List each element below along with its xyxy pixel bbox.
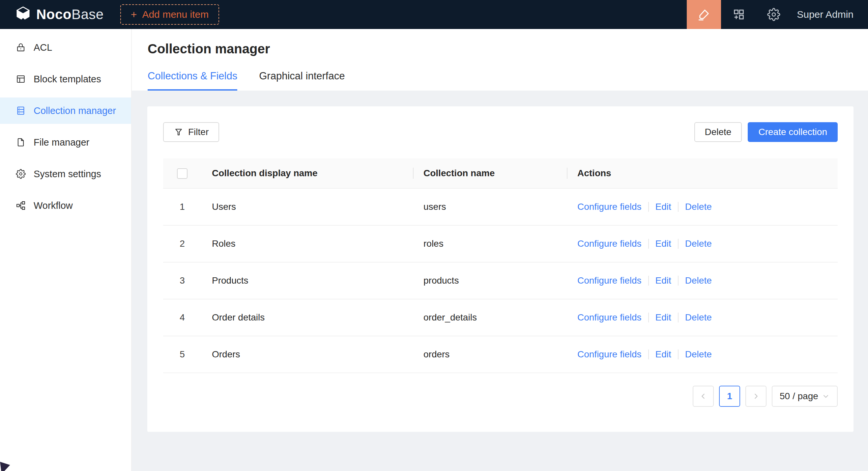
column-header-display-name: Collection display name [202, 168, 413, 178]
edit-link[interactable]: Edit [655, 238, 671, 249]
ui-editor-button[interactable] [687, 0, 721, 29]
appstore-add-icon [732, 8, 745, 21]
edit-link[interactable]: Edit [655, 275, 671, 286]
sidebar-item-label: File manager [34, 137, 89, 148]
cell-name: products [413, 275, 567, 286]
sidebar-item-block-templates[interactable]: Block templates [0, 66, 131, 92]
nocobase-app: NocoBase + Add menu item [0, 0, 868, 471]
divider [678, 239, 679, 249]
add-menu-item-button[interactable]: + Add menu item [120, 4, 219, 25]
table-row: 5 Orders orders Configure fields Edit De… [163, 336, 838, 373]
cell-display-name: Roles [202, 238, 413, 249]
tab-collections-fields[interactable]: Collections & Fields [148, 70, 237, 91]
add-menu-item-label: Add menu item [142, 9, 209, 20]
sidebar: ACL Block templates C [0, 29, 132, 471]
gear-icon [767, 8, 780, 21]
user-menu[interactable]: Super Admin [791, 9, 868, 20]
sidebar-item-label: System settings [34, 169, 101, 179]
divider [678, 312, 679, 323]
filter-label: Filter [188, 127, 209, 137]
nocobase-logo: NocoBase [14, 6, 104, 23]
delete-link[interactable]: Delete [685, 312, 712, 323]
tab-graphical-interface[interactable]: Graphical interface [259, 70, 345, 91]
sidebar-item-workflow[interactable]: Workflow [0, 192, 131, 219]
table-header-row: Collection display name Collection name … [163, 159, 838, 189]
cell-display-name: Products [202, 275, 413, 286]
sidebar-item-label: Collection manager [34, 105, 116, 116]
edit-link[interactable]: Edit [655, 312, 671, 323]
sidebar-item-label: Workflow [34, 200, 73, 211]
chevron-right-icon [752, 392, 760, 401]
brand-name: NocoBase [36, 7, 104, 23]
chevron-left-icon [699, 392, 708, 401]
cell-display-name: Orders [202, 349, 413, 360]
table-row: 2 Roles roles Configure fields Edit Dele… [163, 226, 838, 263]
row-index[interactable]: 1 [163, 202, 202, 212]
database-icon [16, 106, 26, 115]
configure-fields-link[interactable]: Configure fields [577, 349, 642, 360]
cell-display-name: Order details [202, 312, 413, 323]
main-panel: Collection manager Collections & Fields … [132, 29, 868, 471]
cell-name: order_details [413, 312, 567, 323]
pagination: 1 50 / page [163, 386, 838, 407]
delete-link[interactable]: Delete [685, 238, 712, 249]
table-row: 1 Users users Configure fields Edit Dele… [163, 189, 838, 226]
row-index[interactable]: 2 [163, 238, 202, 249]
cell-actions: Configure fields Edit Delete [567, 238, 838, 249]
sidebar-item-file-manager[interactable]: File manager [0, 129, 131, 156]
plugins-button[interactable] [721, 0, 756, 29]
filter-funnel-icon [174, 127, 184, 137]
configure-fields-link[interactable]: Configure fields [577, 238, 642, 249]
row-index[interactable]: 4 [163, 312, 202, 323]
sidebar-item-system-settings[interactable]: System settings [0, 161, 131, 187]
gear-icon [16, 169, 26, 179]
configure-fields-link[interactable]: Configure fields [577, 202, 642, 212]
edit-link[interactable]: Edit [655, 349, 671, 360]
filter-button[interactable]: Filter [163, 122, 219, 142]
cell-actions: Configure fields Edit Delete [567, 275, 838, 286]
column-header-name: Collection name [413, 168, 567, 178]
edit-link[interactable]: Edit [655, 202, 671, 212]
sidebar-item-label: Block templates [34, 74, 101, 85]
sidebar-item-collection-manager[interactable]: Collection manager [0, 98, 131, 124]
cell-name: roles [413, 238, 567, 249]
column-header-actions: Actions [567, 168, 838, 178]
cell-name: users [413, 202, 567, 212]
highlighter-icon [697, 8, 711, 22]
page-size-select[interactable]: 50 / page [772, 386, 838, 407]
settings-button[interactable] [756, 0, 791, 29]
cell-actions: Configure fields Edit Delete [567, 312, 838, 323]
delete-link[interactable]: Delete [685, 275, 712, 286]
create-collection-button[interactable]: Create collection [748, 122, 838, 142]
plus-icon: + [131, 9, 137, 20]
header-actions: Super Admin [687, 0, 868, 29]
lock-icon [16, 42, 26, 53]
select-all-checkbox[interactable] [177, 168, 187, 179]
divider [648, 202, 649, 212]
cell-display-name: Users [202, 202, 413, 212]
divider [648, 349, 649, 359]
delete-link[interactable]: Delete [685, 349, 712, 360]
cell-actions: Configure fields Edit Delete [567, 349, 838, 360]
table-row: 3 Products products Configure fields Edi… [163, 263, 838, 299]
cell-actions: Configure fields Edit Delete [567, 202, 838, 212]
page-header: Collection manager Collections & Fields … [132, 29, 868, 91]
divider [678, 202, 679, 212]
table-row: 4 Order details order_details Configure … [163, 299, 838, 336]
row-index[interactable]: 3 [163, 275, 202, 286]
bulk-delete-button[interactable]: Delete [694, 122, 742, 142]
divider [678, 349, 679, 359]
configure-fields-link[interactable]: Configure fields [577, 312, 642, 323]
chevron-down-icon [822, 392, 830, 400]
divider [648, 239, 649, 249]
sidebar-item-acl[interactable]: ACL [0, 34, 131, 61]
layout-icon [16, 74, 26, 84]
prev-page-button[interactable] [693, 386, 714, 407]
tab-bar: Collections & Fields Graphical interface [148, 70, 852, 91]
next-page-button[interactable] [745, 386, 767, 407]
sidebar-item-label: ACL [34, 42, 52, 53]
page-1-button[interactable]: 1 [719, 386, 740, 407]
delete-link[interactable]: Delete [685, 202, 712, 212]
configure-fields-link[interactable]: Configure fields [577, 275, 642, 286]
row-index[interactable]: 5 [163, 349, 202, 360]
